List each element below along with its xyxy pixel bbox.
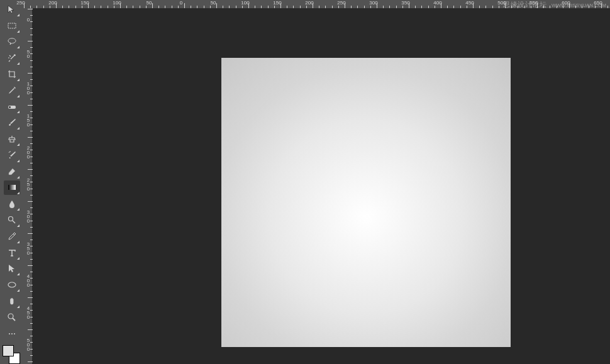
svg-rect-0 <box>8 23 16 28</box>
watermark: 思缘设计论坛 WWW.MISSYUAN.COM <box>503 0 606 9</box>
ruler-tick-label: 100 <box>241 0 249 6</box>
foreground-color-swatch[interactable] <box>3 345 14 356</box>
clone-stamp-tool[interactable] <box>4 131 20 146</box>
ruler-tick-label: 200 <box>305 0 313 6</box>
history-brush-tool[interactable] <box>4 148 20 163</box>
svg-point-4 <box>9 217 13 221</box>
eyedropper-tool[interactable] <box>4 83 20 98</box>
edit-toolbar[interactable] <box>4 326 20 341</box>
crop-tool[interactable] <box>4 67 20 82</box>
ruler-tick-label: 350 <box>401 0 409 6</box>
ruler-tick-label: 50 <box>211 0 216 6</box>
svg-point-8 <box>11 333 13 334</box>
svg-point-6 <box>8 314 13 319</box>
pen-tool[interactable] <box>4 229 20 244</box>
svg-point-7 <box>9 333 10 334</box>
dodge-tool[interactable] <box>4 212 20 228</box>
svg-rect-2 <box>9 106 11 108</box>
rectangular-marquee-tool[interactable] <box>4 18 20 33</box>
ruler-tick-label: 250 <box>337 0 345 6</box>
ruler-tick-label: 300 <box>369 0 377 6</box>
color-swatches[interactable] <box>3 345 21 364</box>
svg-point-9 <box>14 333 15 334</box>
magic-wand-tool[interactable] <box>4 50 20 65</box>
ruler-tick-label: 50 <box>147 0 152 6</box>
ruler-tick-label: 0 <box>180 0 182 6</box>
eraser-tool[interactable] <box>4 164 20 179</box>
ruler-tick-label: 250 <box>16 0 25 6</box>
svg-rect-3 <box>8 185 16 190</box>
document-canvas[interactable] <box>221 58 511 347</box>
ruler-tick-label: 200 <box>48 0 57 6</box>
lasso-tool[interactable] <box>4 35 20 50</box>
hand-tool[interactable] <box>4 294 20 309</box>
path-selection-tool[interactable] <box>4 262 20 277</box>
svg-point-5 <box>8 282 16 287</box>
canvas-area[interactable] <box>33 9 610 364</box>
tools-panel <box>0 0 24 364</box>
type-tool[interactable] <box>4 245 20 260</box>
ruler-tick-label: 150 <box>273 0 281 6</box>
healing-brush-tool[interactable] <box>4 99 20 114</box>
ruler-tick-label: 100 <box>113 0 121 6</box>
zoom-tool[interactable] <box>4 310 20 325</box>
brush-tool[interactable] <box>4 115 20 130</box>
ruler-tick-label: 150 <box>80 0 89 6</box>
ruler-tick-label: 450 <box>465 0 474 6</box>
ellipse-tool[interactable] <box>4 277 20 292</box>
watermark-text: 思缘设计论坛 <box>503 1 546 8</box>
blur-tool[interactable] <box>4 196 20 211</box>
gradient-tool[interactable] <box>4 180 20 196</box>
ruler-tick-label: 400 <box>433 0 441 6</box>
watermark-url: WWW.MISSYUAN.COM <box>552 3 606 8</box>
